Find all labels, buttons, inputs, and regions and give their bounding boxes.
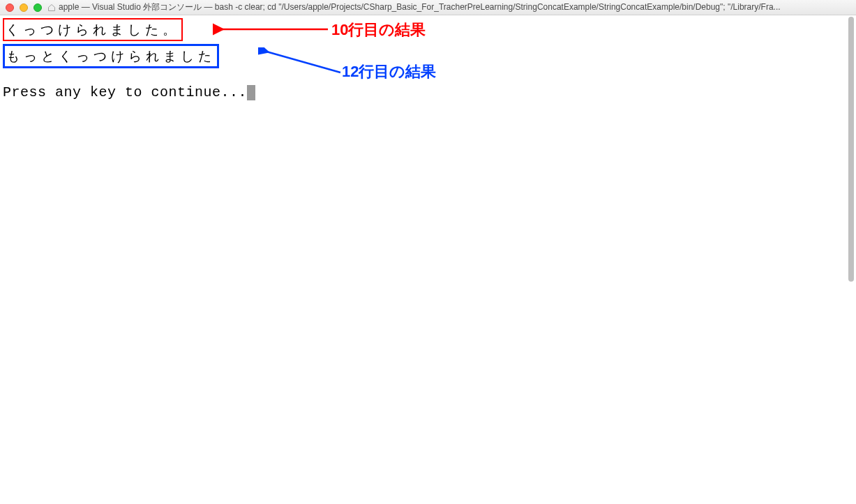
arrow-red-icon: [213, 22, 331, 39]
prompt-text: Press any key to continue...: [3, 82, 247, 103]
window-titlebar: apple — Visual Studio 外部コンソール — bash -c …: [0, 0, 856, 15]
press-any-key-prompt: Press any key to continue...: [3, 82, 853, 103]
close-window-button[interactable]: [6, 3, 14, 12]
minimize-window-button[interactable]: [20, 3, 28, 12]
console-output-line-1: くっつけられました。: [3, 18, 183, 41]
terminal-output[interactable]: くっつけられました。 もっとくっつけられました Press any key to…: [0, 15, 856, 504]
svg-line-1: [266, 52, 340, 72]
annotation-red: 10行目の結果: [331, 20, 426, 40]
annotation-blue: 12行目の結果: [342, 61, 436, 82]
scrollbar-thumb[interactable]: [848, 17, 854, 282]
console-output-line-2: もっとくっつけられました: [3, 44, 219, 68]
cursor-icon: [247, 85, 255, 100]
window-title: apple — Visual Studio 外部コンソール — bash -c …: [47, 1, 849, 13]
vertical-scrollbar[interactable]: [845, 17, 855, 503]
maximize-window-button[interactable]: [33, 3, 42, 12]
arrow-blue-icon: [258, 47, 349, 78]
title-text: apple — Visual Studio 外部コンソール — bash -c …: [59, 1, 781, 13]
home-icon: [47, 3, 56, 12]
traffic-lights: [6, 3, 42, 12]
